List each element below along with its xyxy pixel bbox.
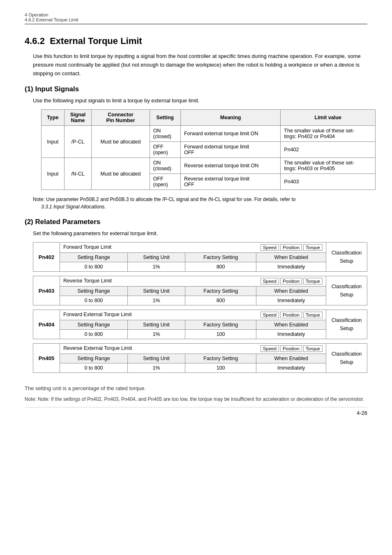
pn403-value-row: 0 to 800 1% 800 Immediately bbox=[60, 296, 326, 305]
pn405-label: Pn405 bbox=[33, 343, 60, 373]
pn404-enabled: Immediately bbox=[256, 330, 326, 339]
pn404-unit: 1% bbox=[127, 330, 185, 339]
limit-on2: The smaller value of these set-tings: Pn… bbox=[281, 158, 376, 174]
setting-off2: OFF(open) bbox=[150, 174, 180, 190]
pn403-unit: 1% bbox=[127, 296, 185, 305]
pn405-factory: 100 bbox=[185, 363, 256, 373]
pn404-speed-badge: Speed bbox=[261, 312, 279, 318]
pn403-speed-badge: Speed bbox=[261, 278, 279, 284]
pn405-table-wrapper: Reverse External Torque Limit Speed Posi… bbox=[60, 343, 326, 373]
pn405-torque-badge: Torque bbox=[303, 345, 323, 352]
pn403-factory: 800 bbox=[185, 296, 256, 305]
section-intro: Use this function to limit torque by inp… bbox=[33, 52, 367, 78]
pn404-label: Pn404 bbox=[33, 310, 60, 339]
pn403-class-label: Classification bbox=[332, 284, 362, 289]
pn403-position-badge: Position bbox=[280, 278, 302, 284]
pn402-class-label: Classification bbox=[332, 250, 362, 256]
pn402-value-row: 0 to 800 1% 800 Immediately bbox=[60, 262, 326, 272]
pn404-name-row: Forward External Torque Limit Speed Posi… bbox=[60, 310, 326, 320]
pn402-table: Forward Torque Limit Speed Position Torq… bbox=[60, 242, 326, 272]
pn402-range: 0 to 800 bbox=[60, 262, 128, 272]
pn403-header-row: Setting Range Setting Unit Factory Setti… bbox=[60, 287, 326, 296]
bottom-note-label: Note: bbox=[25, 396, 38, 402]
pn404-h-unit: Setting Unit bbox=[127, 320, 185, 330]
connector-allocated2: Must be allocated bbox=[92, 158, 150, 190]
pn405-unit: 1% bbox=[127, 363, 185, 373]
pn402-name: Forward Torque Limit Speed Position Torq… bbox=[60, 243, 326, 253]
breadcrumb-area: 4 Operation 4.6.2 External Torque Limit bbox=[25, 12, 367, 24]
pn402-label: Pn402 bbox=[33, 242, 60, 272]
input-signals-heading: (1) Input Signals bbox=[25, 85, 367, 93]
input-signals-intro: Use the following input signals to limit… bbox=[33, 97, 367, 104]
pn405-h-factory: Factory Setting bbox=[185, 354, 256, 363]
pn403-block: Pn403 Reverse Torque Limit Speed Positio… bbox=[33, 276, 367, 305]
pn402-table-wrapper: Forward Torque Limit Speed Position Torq… bbox=[60, 242, 326, 272]
pn402-h-enabled: When Enabled bbox=[256, 253, 326, 262]
section-number: 4.6.2 bbox=[25, 36, 45, 46]
bottom-note: Note: Note: If the settings of Pn402, Pn… bbox=[25, 395, 367, 403]
limit-off1: Pn402 bbox=[281, 142, 376, 158]
pn402-unit: 1% bbox=[127, 262, 185, 272]
pn404-header-row: Setting Range Setting Unit Factory Setti… bbox=[60, 320, 326, 330]
pn404-table: Forward External Torque Limit Speed Posi… bbox=[60, 310, 326, 339]
page-footer: The setting unit is a percentage of the … bbox=[25, 385, 367, 403]
pn404-h-enabled: When Enabled bbox=[256, 320, 326, 330]
pn403-torque-badge: Torque bbox=[303, 278, 323, 284]
pn402-header-row: Setting Range Setting Unit Factory Setti… bbox=[60, 253, 326, 262]
meaning-on1: Forward external torque limit ON bbox=[180, 126, 280, 142]
pn404-value-row: 0 to 800 1% 100 Immediately bbox=[60, 330, 326, 339]
pn404-h-range: Setting Range bbox=[60, 320, 128, 330]
pn402-position-badge: Position bbox=[280, 244, 302, 251]
pn404-factory: 100 bbox=[185, 330, 256, 339]
pn402-factory: 800 bbox=[185, 262, 256, 272]
col-limit-value: Limit value bbox=[281, 110, 376, 126]
breadcrumb-sub: 4.6.2 External Torque Limit bbox=[25, 17, 367, 22]
pn405-name-row: Reverse External Torque Limit Speed Posi… bbox=[60, 344, 326, 354]
page-number: 4-26 bbox=[25, 407, 367, 416]
pn403-name-row: Reverse Torque Limit Speed Position Torq… bbox=[60, 276, 326, 287]
signals-note: Note: Use parameter Pn50B.2 and Pn50B.3 … bbox=[33, 196, 367, 210]
col-meaning: Meaning bbox=[180, 110, 280, 126]
type-input2: Input bbox=[42, 158, 65, 190]
pn402-name-row: Forward Torque Limit Speed Position Torq… bbox=[60, 243, 326, 253]
pn405-block: Pn405 Reverse External Torque Limit Spee… bbox=[33, 343, 367, 373]
pn405-h-unit: Setting Unit bbox=[127, 354, 185, 363]
pn403-range: 0 to 800 bbox=[60, 296, 128, 305]
parameters-container: Pn402 Forward Torque Limit Speed Positio… bbox=[33, 242, 367, 373]
pn405-h-enabled: When Enabled bbox=[256, 354, 326, 363]
table-row: Input /N-CL Must be allocated ON(closed)… bbox=[42, 158, 376, 174]
setting-on1: ON(closed) bbox=[150, 126, 180, 142]
pn405-name: Reverse External Torque Limit Speed Posi… bbox=[60, 344, 326, 354]
pn404-h-factory: Factory Setting bbox=[185, 320, 256, 330]
pn402-block: Pn402 Forward Torque Limit Speed Positio… bbox=[33, 242, 367, 272]
pn405-value-row: 0 to 800 1% 100 Immediately bbox=[60, 363, 326, 373]
pn404-block: Pn404 Forward External Torque Limit Spee… bbox=[33, 310, 367, 339]
pn403-classification: Classification Setup bbox=[326, 276, 367, 305]
pn403-table-wrapper: Reverse Torque Limit Speed Position Torq… bbox=[60, 276, 326, 305]
col-setting: Setting bbox=[150, 110, 180, 126]
related-params-heading: (2) Related Parameters bbox=[25, 218, 367, 226]
signal-pcl: /P-CL bbox=[64, 126, 92, 158]
pn405-class-value: Setup bbox=[340, 359, 353, 365]
pn402-classification: Classification Setup bbox=[326, 242, 367, 272]
col-signal-name: SignalName bbox=[64, 110, 92, 126]
pn404-torque-badge: Torque bbox=[303, 312, 323, 318]
pn403-h-unit: Setting Unit bbox=[127, 287, 185, 296]
pn403-h-enabled: When Enabled bbox=[256, 287, 326, 296]
pn404-position-badge: Position bbox=[280, 312, 302, 318]
limit-off2: Pn403 bbox=[281, 174, 376, 190]
section-title: 4.6.2 External Torque Limit bbox=[25, 36, 367, 46]
pn402-speed-badge: Speed bbox=[261, 244, 279, 251]
pn405-header-row: Setting Range Setting Unit Factory Setti… bbox=[60, 354, 326, 363]
pn405-table: Reverse External Torque Limit Speed Posi… bbox=[60, 343, 326, 373]
pn402-enabled: Immediately bbox=[256, 262, 326, 272]
pn402-h-range: Setting Range bbox=[60, 253, 128, 262]
meaning-off2: Reverse external torque limitOFF bbox=[180, 174, 280, 190]
col-type: Type bbox=[42, 110, 65, 126]
pn403-name: Reverse Torque Limit Speed Position Torq… bbox=[60, 276, 326, 287]
bottom-note-text: Note: If the settings of Pn402, Pn403, P… bbox=[38, 396, 364, 402]
pn404-name: Forward External Torque Limit Speed Posi… bbox=[60, 310, 326, 320]
related-params-intro: Set the following parameters for externa… bbox=[33, 230, 367, 236]
pn405-speed-badge: Speed bbox=[261, 345, 279, 352]
limit-on1: The smaller value of these set-tings: Pn… bbox=[281, 126, 376, 142]
